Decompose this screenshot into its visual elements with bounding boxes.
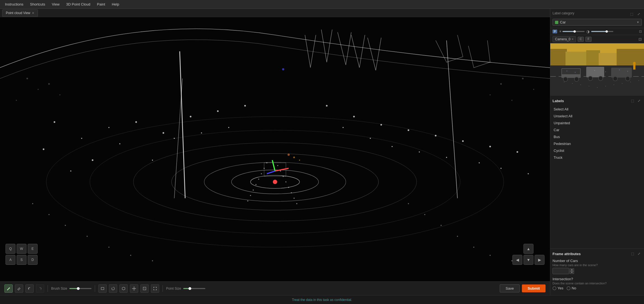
svg-point-76 [247,200,248,202]
svg-point-106 [563,77,568,81]
label-bus[interactable]: Bus [553,133,642,140]
key-row-1: Q W E [6,244,38,254]
svg-point-52 [108,247,109,248]
bottom-toolbar: Brush Size [0,281,550,295]
svg-point-40 [528,173,529,174]
arrow-middle-row: ◀ ▼ ▶ [512,255,544,265]
category-dropdown-arrow: ▼ [637,21,639,24]
point-size-slider[interactable] [183,288,205,289]
menu-3d-point-cloud[interactable]: 3D Point Cloud [63,1,93,7]
intersection-no-radio[interactable]: No [567,286,576,290]
tab-close-button[interactable]: × [32,11,34,15]
frame-attr-expand-button[interactable]: ⤢ [636,251,642,257]
svg-point-121 [605,86,606,86]
key-e[interactable]: E [28,244,38,254]
spinner-up-button[interactable]: ▲ [570,268,574,271]
paint-tool-button[interactable] [119,284,128,293]
frame-attr-minimize-button[interactable]: ⬚ [630,251,635,257]
category-dropdown[interactable]: Car ▼ [553,19,642,26]
number-of-cars-input[interactable] [553,268,569,274]
menu-view[interactable]: View [49,1,62,7]
menu-help[interactable]: Help [109,1,122,7]
svg-point-63 [277,165,278,166]
nav-keys: Q W E A S D [6,244,38,265]
svg-rect-114 [633,64,635,70]
fit-button[interactable]: ⊡ [639,30,642,33]
camera-c-button[interactable]: C [578,37,584,42]
camera-f-button[interactable]: F [585,37,591,42]
arrow-up-button[interactable]: ▲ [523,244,533,254]
key-s[interactable]: S [17,255,27,265]
arrow-left-button[interactable]: ◀ [512,255,522,265]
label-pedestrian[interactable]: Pedestrian [553,140,642,147]
menu-instructions[interactable]: Instructions [2,1,26,7]
svg-point-33 [435,135,436,136]
svg-point-60 [489,255,491,256]
brightness-slider-1[interactable] [562,31,585,32]
key-d[interactable]: D [28,255,38,265]
label-truck[interactable]: Truck [553,154,642,161]
key-a[interactable]: A [6,255,15,265]
svg-point-107 [574,77,579,81]
camera-tab-close[interactable]: × [572,37,574,41]
move-tool-button[interactable] [130,284,138,293]
save-button[interactable]: Save [500,284,520,292]
svg-point-117 [572,83,573,84]
status-bar: Treat the data in this task as confident… [0,295,644,304]
label-select-all[interactable]: Select All [553,106,642,113]
number-of-cars-input-row: ▲ ▼ [553,268,642,274]
labels-expand-button[interactable]: ⤢ [636,98,642,104]
svg-point-8 [282,68,284,70]
svg-point-115 [633,62,636,65]
svg-point-110 [598,76,603,81]
label-expand-button[interactable]: ⤢ [636,11,642,17]
point-size-label: Point Size [166,287,181,290]
undo-tool-button[interactable] [25,284,34,293]
point-cloud-canvas[interactable]: Q W E A S D ▲ ◀ ▼ ▶ [0,17,550,281]
fullscreen-tool-button[interactable] [151,284,159,293]
camera-expand-button[interactable]: ⊡ [638,37,642,41]
menu-shortcuts[interactable]: Shortcuts [27,1,48,7]
point-cloud-tab[interactable]: Point cloud View × [2,9,38,17]
svg-point-120 [597,87,598,88]
intersection-label: Intersection? [553,277,642,281]
key-w[interactable]: W [17,244,27,254]
svg-point-53 [130,255,131,256]
menu-paint[interactable]: Paint [94,1,108,7]
brightness-slider-2[interactable] [591,31,613,32]
label-cyclist[interactable]: Cyclist [553,147,642,154]
arrow-right-button[interactable]: ▶ [535,255,544,265]
labels-minimize-button[interactable]: ⬚ [630,98,635,104]
svg-point-36 [479,162,480,163]
label-unselect-all[interactable]: Unselect All [553,113,642,120]
spinner-down-button[interactable]: ▼ [570,271,574,274]
label-unpainted[interactable]: Unpainted [553,120,642,126]
brush-size-label: Brush Size [51,287,67,290]
arrow-up-row: ▲ [523,244,533,254]
toolbar-divider-1 [48,285,48,292]
label-minimize-button[interactable]: ⬚ [629,11,635,17]
rectangle-tool-button[interactable] [98,284,107,293]
lasso-tool-button[interactable] [109,284,117,293]
crop-tool-button[interactable] [140,284,149,293]
svg-point-68 [258,179,259,180]
right-panel: Label category ⬚ ⤢ Car ▼ P ☀ [550,9,644,295]
arrow-down-button[interactable]: ▼ [523,255,533,265]
svg-point-81 [27,78,28,79]
svg-point-29 [380,124,382,126]
pen-tool-button[interactable] [4,284,13,293]
eraser-tool-button[interactable] [15,284,23,293]
svg-point-109 [588,76,593,81]
key-q[interactable]: Q [6,244,15,254]
svg-point-75 [294,198,295,199]
label-car[interactable]: Car [553,126,642,133]
svg-point-85 [59,94,61,96]
redo-tool-button[interactable] [36,284,44,293]
p-badge: P [553,30,557,33]
submit-button[interactable]: Submit [522,284,546,292]
intersection-yes-radio[interactable]: Yes [553,286,563,290]
svg-point-11 [43,149,44,150]
brush-size-slider[interactable] [69,288,91,289]
camera-tab-bar: Camera_0 × C F ⊡ [550,35,644,43]
menu-bar: Instructions Shortcuts View 3D Point Clo… [0,0,644,9]
